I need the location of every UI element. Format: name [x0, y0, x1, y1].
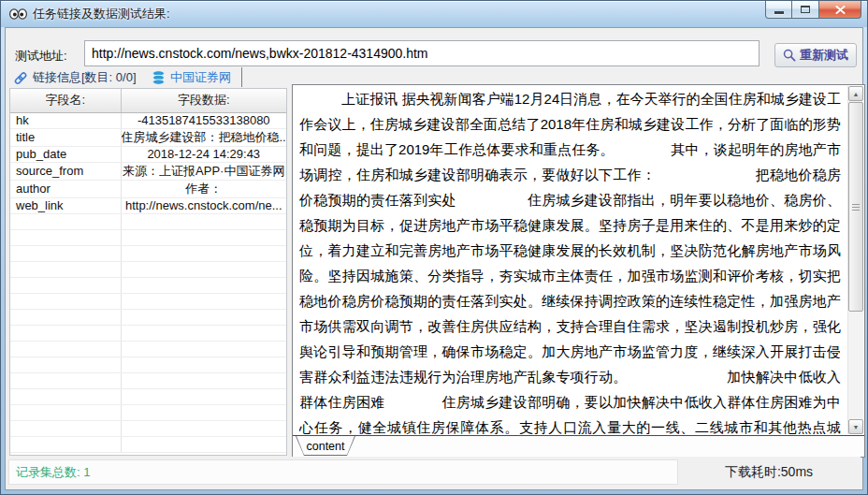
- table-row[interactable]: author 作者：: [10, 180, 286, 197]
- scrollbar-grip-icon: [852, 204, 860, 211]
- eyes-icon: [9, 8, 27, 20]
- field-value-cell: 住房城乡建设部：把稳地价稳...: [121, 128, 286, 146]
- table-empty-row: [10, 420, 286, 436]
- field-value-cell: 来源：上证报APP·中国证券网: [121, 162, 286, 180]
- maximize-button[interactable]: [792, 1, 818, 19]
- fields-panel: 字段名: 字段数据: hk -4135187415533138080 title…: [9, 88, 287, 456]
- table-empty-row: [10, 372, 286, 388]
- tab-site-label: 中国证券网: [170, 69, 231, 86]
- database-icon: [152, 70, 166, 85]
- table-row[interactable]: title 住房城乡建设部：把稳地价稳...: [10, 128, 286, 146]
- table-empty-row: [10, 309, 286, 325]
- content-tabstrip: content: [293, 435, 864, 457]
- retest-button-label: 重新测试: [800, 47, 848, 64]
- table-empty-row: [10, 229, 286, 245]
- field-name-cell: author: [10, 180, 121, 197]
- column-header-field-name[interactable]: 字段名:: [10, 89, 121, 112]
- retest-button[interactable]: 重新测试: [774, 43, 857, 67]
- table-empty-row: [10, 213, 286, 229]
- field-value-cell: 作者：: [121, 180, 286, 197]
- close-icon: [835, 6, 846, 14]
- field-name-cell: pub_date: [10, 146, 121, 162]
- table-empty-row: [10, 341, 286, 357]
- table-empty-row: [10, 388, 286, 404]
- minimize-button[interactable]: [765, 1, 792, 19]
- scrollbar-thumb[interactable]: [848, 102, 863, 312]
- table-row[interactable]: source_from 来源：上证报APP·中国证券网: [10, 162, 286, 180]
- app-window: 任务链接及数据测试结果: 测试地址:: [0, 0, 868, 495]
- field-value-cell: -4135187415533138080: [121, 112, 286, 128]
- field-value-cell: http://news.cnstock.com/ne...: [121, 197, 286, 213]
- test-address-label: 测试地址:: [15, 48, 67, 65]
- search-icon: [783, 49, 796, 62]
- article-text[interactable]: 上证报讯 据央视新闻客户端12月24日消息，在今天举行的全国住房和城乡建设工作会…: [299, 86, 841, 434]
- table-row[interactable]: web_link http://news.cnstock.com/ne...: [10, 197, 286, 213]
- table-empty-row: [10, 261, 286, 277]
- content-area: 测试地址: 重新测试 链接信息[数目: 0/0]: [5, 27, 863, 490]
- tab-content[interactable]: content: [296, 436, 355, 456]
- scrollbar-down-icon[interactable]: ▼: [848, 419, 863, 434]
- table-empty-row: [10, 245, 286, 261]
- tab-site[interactable]: 中国证券网: [152, 68, 231, 87]
- link-icon: [13, 71, 28, 85]
- article-scrollbar[interactable]: ▲ ▼: [847, 86, 863, 434]
- field-value-cell: 2018-12-24 14:29:43: [121, 146, 286, 162]
- table-empty-row: [10, 436, 286, 452]
- record-count-text: 记录集总数: 1: [16, 464, 90, 481]
- table-row[interactable]: pub_date 2018-12-24 14:29:43: [10, 146, 286, 162]
- titlebar[interactable]: 任务链接及数据测试结果:: [1, 1, 867, 27]
- table-empty-row: [10, 357, 286, 372]
- window-controls: [765, 1, 861, 19]
- field-name-cell: hk: [10, 112, 121, 128]
- scrollbar-up-icon[interactable]: ▲: [848, 86, 863, 101]
- field-name-cell: title: [10, 128, 121, 146]
- record-count-field: 记录集总数: 1: [8, 459, 678, 485]
- fields-table: 字段名: 字段数据: hk -4135187415533138080 title…: [10, 89, 286, 453]
- table-row[interactable]: hk -4135187415533138080: [10, 112, 286, 128]
- table-header-row: 字段名: 字段数据:: [10, 89, 286, 112]
- column-header-field-data[interactable]: 字段数据:: [121, 89, 286, 112]
- download-time-text: 下载耗时:50ms: [725, 464, 813, 481]
- download-time-field: 下载耗时:50ms: [678, 459, 860, 485]
- maximize-icon: [801, 6, 810, 13]
- fields-table-body: hk -4135187415533138080 title 住房城乡建设部：把稳…: [10, 112, 286, 452]
- tab-separator: [241, 67, 242, 87]
- tab-link-info-label: 链接信息[数目: 0/0]: [33, 69, 137, 86]
- field-name-cell: web_link: [10, 197, 121, 213]
- status-bar: 记录集总数: 1 下载耗时:50ms: [7, 457, 861, 488]
- table-empty-row: [10, 404, 286, 420]
- tab-link-info[interactable]: 链接信息[数目: 0/0]: [13, 68, 137, 87]
- minimize-icon: [774, 11, 784, 14]
- content-tab-label: content: [296, 436, 355, 456]
- table-empty-row: [10, 293, 286, 309]
- table-empty-row: [10, 325, 286, 341]
- close-button[interactable]: [818, 1, 861, 19]
- field-name-cell: source_from: [10, 162, 121, 180]
- article-panel: 上证报讯 据央视新闻客户端12月24日消息，在今天举行的全国住房和城乡建设工作会…: [292, 84, 865, 458]
- test-address-input[interactable]: [84, 40, 760, 66]
- window-title: 任务链接及数据测试结果:: [33, 6, 170, 22]
- table-empty-row: [10, 277, 286, 293]
